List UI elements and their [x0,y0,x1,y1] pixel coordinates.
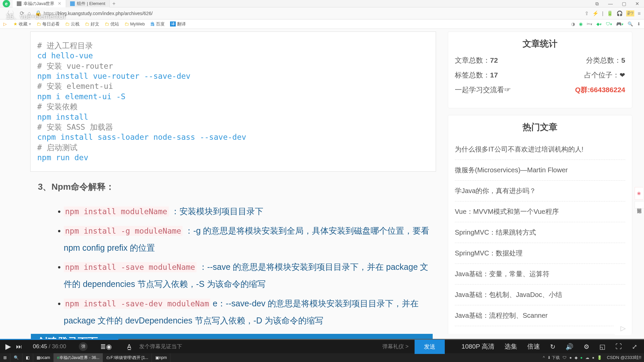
float-tabs: ❀ 返回顶部 [635,187,644,210]
bookmark-folder[interactable]: 🗀每日必看 [37,21,60,27]
tray-icon[interactable]: 🛡 [562,355,567,360]
divider: | [602,10,603,16]
play-button[interactable]: ▶ [0,342,16,351]
hot-article-link[interactable]: 为什么很多IT公司不喜欢进过培训机构的人! [455,139,625,160]
browser-tab-active[interactable]: 幸福のJava世界 ✕ [13,0,66,7]
stats-panel: 文章统计 文章总数：72 分类总数：5 标签总数：17 占个位子：❤ 一起学习交… [448,32,632,108]
taskbar-app[interactable]: 🗀 F:\班级管理\西开 [1... [103,353,152,362]
start-button[interactable]: ⊞ [0,353,10,362]
video-title-overlay: 15、vue+elementUI [6,12,65,21]
taskbar-app[interactable]: e 幸福のJava世界 - 36... [54,353,103,362]
ublock-icon[interactable]: 🛡▾ [606,21,612,26]
hot-article-link[interactable]: Java基础：流程控制、Scanner [455,305,625,326]
wide-icon[interactable]: ⛶ [615,343,622,350]
tray-icon[interactable]: 🔋 [597,355,602,360]
task-view-button[interactable]: ◧ [22,353,33,362]
floating-play-icon[interactable]: ▷ [614,321,632,335]
danmu-toggle[interactable]: 弹 [79,342,88,351]
tab-favicon [70,1,75,6]
hot-article-link[interactable]: Java基础：包机制、JavaDoc、小结 [455,285,625,305]
tray-icon[interactable]: ● [580,355,583,360]
hot-article-link[interactable]: 微服务(Microservices)—Martin Flower [455,160,625,181]
danmu-style-icon[interactable]: A̲ [127,343,131,350]
url-field[interactable]: https://blog.kuangstudy.com/index.php/ar… [44,11,585,16]
share-icon[interactable]: ⇪ [585,10,589,16]
danmu-settings-icon[interactable]: ≣◉ [100,343,112,351]
bullet-list: npm install moduleName ：安装模块到项目目录下 npm i… [30,203,436,329]
close-icon[interactable]: ✕ [58,1,62,6]
browser-tab[interactable]: 组件 | Element [66,0,109,7]
bookmark-baidu[interactable]: 当百度 [150,21,165,27]
new-tab-button[interactable]: + [110,1,118,7]
pip-icon[interactable]: ◱ [599,343,605,351]
tray-icon[interactable]: ● [569,355,572,360]
video-player-bar: ▶ ⏭ 06:45 / 36:00 弹 ≣◉ A̲ 发个弹幕见证当下 弹幕礼仪 … [0,340,644,353]
scissors-icon[interactable]: ✂▾ [587,21,592,26]
list-item: npm install moduleName ：安装模块到项目目录下 [64,203,436,220]
hot-article-link[interactable]: SpringMVC：数据处理 [455,243,625,264]
hot-article-link[interactable]: Vue：MVVM模式和第一个Vue程序 [455,201,625,222]
menu-icon[interactable]: ≡ [638,10,641,16]
list-item: npm install -save-dev moduleNam e：--save… [64,295,436,329]
list-item: npm install -g moduleName ：-g 的意思是将模块安装到… [64,222,436,257]
bolt-icon[interactable]: ⚡ [592,10,599,16]
search-button[interactable]: 🔍 [10,353,22,362]
bookmark-folder[interactable]: 🗀优站 [105,21,119,27]
section-heading: 3、Npm命令解释： [38,181,436,193]
loop-icon[interactable]: ↻ [550,343,555,351]
windows-taskbar: ⊞ 🔍 ◧ ▦ ocam e 幸福のJava世界 - 36... 🗀 F:\班级… [0,353,644,362]
favorites-button[interactable]: ★收藏▾ [13,21,31,27]
taskbar-app[interactable]: ▦ ocam [33,353,54,362]
qq-group-link[interactable]: Q群:664386224 [575,85,625,95]
fullscreen-icon[interactable]: ⤢ [632,343,637,351]
search-icon[interactable]: 🔍 [628,21,633,26]
danmu-etiquette-link[interactable]: 弹幕礼仪 > [382,343,409,350]
bookmark-folder[interactable]: 🗀云栈 [65,21,79,27]
headphones-icon[interactable]: 🎧 [616,10,623,16]
window-minimize-icon[interactable]: — [604,0,617,7]
danmu-input[interactable]: 发个弹幕见证当下 [139,343,376,350]
hot-articles-panel: 热门文章 为什么很多IT公司不喜欢进过培训机构的人! 微服务(Microserv… [448,115,632,334]
tray-icon[interactable]: ☁ [585,355,589,360]
battery-icon[interactable]: 🔋 [607,10,613,16]
taskbar-app[interactable]: ▣ npm [152,353,170,362]
download-icon[interactable]: ⬇ [637,21,641,26]
bookmarks-bar: ▷ ★收藏▾ 🗀每日必看 🗀云栈 🗀好文 🗀优站 🗀MyWeb 当百度 译翻译 … [0,19,644,29]
episodes-button[interactable]: 选集 [504,342,517,351]
bookmark-folder[interactable]: 🗀MyWeb [124,21,145,26]
next-button[interactable]: ⏭ [16,343,30,350]
shield-icon[interactable]: ◉ [579,21,583,26]
play-icon[interactable]: ▷ [3,21,8,26]
hot-article-link[interactable]: SpringMVC：结果跳转方式 [455,222,625,243]
quality-button[interactable]: 1080P 高清 [462,342,494,351]
tray-up-icon[interactable]: ^ [543,355,545,360]
sidebar: 文章统计 文章总数：72 分类总数：5 标签总数：17 占个位子：❤ 一起学习交… [439,32,644,334]
sun-icon[interactable]: ◑ [571,21,575,26]
hot-article-link[interactable]: 学Java的你，真有进步吗？ [455,181,625,201]
time-display: 06:45 / 36:00 [33,343,66,350]
tab-favicon [17,1,21,6]
help-icon[interactable]: ₽? [626,10,634,16]
hot-article-link[interactable]: Java基础：变量，常量、运算符 [455,264,625,285]
float-tab-pink[interactable]: ❀ [635,187,643,200]
list-item: npm install -save moduleName ：--save 的意思… [64,258,436,293]
code-block[interactable]: # 进入工程目录 cd hello-vue # 安装 vue-router np… [30,32,436,172]
tray-icon[interactable]: ● [592,355,594,360]
window-close-icon[interactable]: ✕ [631,0,644,7]
window-dock-icon[interactable]: ⧉ [590,0,604,7]
tab-title: 组件 | Element [77,1,105,7]
gamepad-icon[interactable]: 🎮▾ [616,21,624,26]
volume-icon[interactable]: 🔊 [566,343,574,351]
page-content: # 进入工程目录 cd hello-vue # 安装 vue-router np… [0,29,644,334]
window-maximize-icon[interactable]: ▢ [617,0,631,7]
wechat-icon[interactable]: ◆▾ [596,21,602,26]
settings-icon[interactable]: ⚙ [584,343,589,351]
speed-button[interactable]: 倍速 [527,342,540,351]
bookmark-folder[interactable]: 🗀好文 [85,21,99,27]
tray-icon[interactable]: ◆ [575,355,578,360]
send-button[interactable]: 发送 [415,340,445,354]
bookmark-translate[interactable]: 译翻译 [170,21,186,27]
back-to-top-button[interactable]: 返回顶部 [635,201,644,208]
tray-icon[interactable]: ⬇ 下载 [547,355,560,361]
browser-tabs-row: e 幸福のJava世界 ✕ 组件 | Element + ⧉ — ▢ ✕ [0,0,644,7]
